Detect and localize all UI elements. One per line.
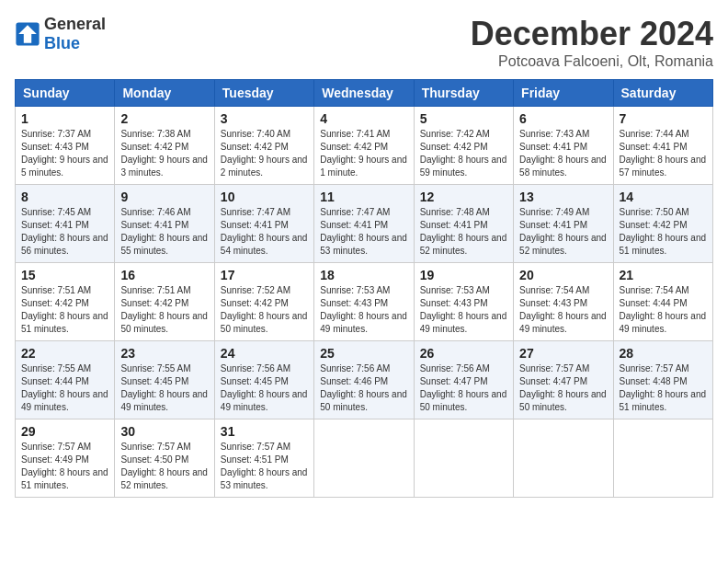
day-info: Sunrise: 7:54 AMSunset: 4:44 PMDaylight:… [620,284,707,336]
calendar-day-cell: 6Sunrise: 7:43 AMSunset: 4:41 PMDaylight… [514,107,613,185]
day-number: 5 [420,111,507,126]
day-number: 14 [620,190,707,204]
weekday-header: Tuesday [214,80,313,107]
day-number: 2 [120,111,208,126]
day-info: Sunrise: 7:52 AMSunset: 4:42 PMDaylight:… [221,284,308,336]
day-number: 13 [519,190,607,204]
day-number: 9 [120,190,208,204]
calendar-header-row: SundayMondayTuesdayWednesdayThursdayFrid… [16,80,713,107]
day-number: 24 [221,346,308,361]
calendar-day-cell: 1Sunrise: 7:37 AMSunset: 4:43 PMDaylight… [16,107,115,185]
day-info: Sunrise: 7:51 AMSunset: 4:42 PMDaylight:… [120,284,208,336]
calendar-day-cell: 22Sunrise: 7:55 AMSunset: 4:44 PMDayligh… [16,341,115,419]
calendar-day-cell: 28Sunrise: 7:57 AMSunset: 4:48 PMDayligh… [613,341,712,419]
day-info: Sunrise: 7:55 AMSunset: 4:44 PMDaylight:… [21,362,108,414]
calendar-day-cell: 4Sunrise: 7:41 AMSunset: 4:42 PMDaylight… [314,107,414,185]
calendar-day-cell: 16Sunrise: 7:51 AMSunset: 4:42 PMDayligh… [115,263,214,341]
day-info: Sunrise: 7:49 AMSunset: 4:41 PMDaylight:… [519,206,607,258]
calendar-day-cell: 23Sunrise: 7:55 AMSunset: 4:45 PMDayligh… [115,341,214,419]
calendar-day-cell: 2Sunrise: 7:38 AMSunset: 4:42 PMDaylight… [115,107,214,185]
day-number: 20 [519,268,607,282]
day-number: 1 [21,111,108,126]
calendar-week-row: 8Sunrise: 7:45 AMSunset: 4:41 PMDaylight… [16,185,713,263]
day-number: 15 [21,268,108,282]
day-info: Sunrise: 7:51 AMSunset: 4:42 PMDaylight:… [21,284,108,336]
calendar-day-cell [514,419,613,498]
day-info: Sunrise: 7:48 AMSunset: 4:41 PMDaylight:… [420,206,507,258]
day-info: Sunrise: 7:47 AMSunset: 4:41 PMDaylight:… [320,206,407,258]
day-info: Sunrise: 7:53 AMSunset: 4:43 PMDaylight:… [320,284,407,336]
month-title: December 2024 [471,15,713,53]
calendar-week-row: 22Sunrise: 7:55 AMSunset: 4:44 PMDayligh… [16,341,713,419]
weekday-header: Wednesday [314,80,414,107]
day-number: 25 [320,346,407,361]
day-info: Sunrise: 7:56 AMSunset: 4:47 PMDaylight:… [420,362,507,414]
calendar-day-cell: 18Sunrise: 7:53 AMSunset: 4:43 PMDayligh… [314,263,414,341]
calendar-day-cell: 8Sunrise: 7:45 AMSunset: 4:41 PMDaylight… [16,185,115,263]
day-number: 18 [320,268,407,282]
day-number: 16 [120,268,208,282]
calendar-day-cell: 13Sunrise: 7:49 AMSunset: 4:41 PMDayligh… [514,185,613,263]
day-number: 28 [620,346,707,361]
calendar-day-cell: 29Sunrise: 7:57 AMSunset: 4:49 PMDayligh… [16,419,115,498]
day-number: 21 [620,268,707,282]
day-number: 23 [120,346,208,361]
calendar-day-cell: 11Sunrise: 7:47 AMSunset: 4:41 PMDayligh… [314,185,414,263]
day-info: Sunrise: 7:46 AMSunset: 4:41 PMDaylight:… [120,206,208,258]
day-number: 31 [221,424,308,439]
day-number: 12 [420,190,507,204]
weekday-header: Sunday [16,80,115,107]
location-title: Potcoava Falcoeni, Olt, Romania [471,53,713,70]
calendar-week-row: 1Sunrise: 7:37 AMSunset: 4:43 PMDaylight… [16,107,713,185]
day-info: Sunrise: 7:42 AMSunset: 4:42 PMDaylight:… [420,128,507,179]
logo: General Blue [15,15,106,53]
day-number: 30 [120,424,208,439]
day-number: 22 [21,346,108,361]
calendar-day-cell: 30Sunrise: 7:57 AMSunset: 4:50 PMDayligh… [115,419,214,498]
logo-icon [15,21,40,47]
logo-blue: Blue [44,34,80,52]
calendar-day-cell [414,419,513,498]
calendar-week-row: 29Sunrise: 7:57 AMSunset: 4:49 PMDayligh… [16,419,713,498]
day-info: Sunrise: 7:57 AMSunset: 4:49 PMDaylight:… [21,441,108,492]
day-info: Sunrise: 7:56 AMSunset: 4:45 PMDaylight:… [221,362,308,414]
day-info: Sunrise: 7:44 AMSunset: 4:41 PMDaylight:… [620,128,707,179]
calendar-day-cell: 9Sunrise: 7:46 AMSunset: 4:41 PMDaylight… [115,185,214,263]
calendar-day-cell: 14Sunrise: 7:50 AMSunset: 4:42 PMDayligh… [613,185,712,263]
calendar-day-cell: 26Sunrise: 7:56 AMSunset: 4:47 PMDayligh… [414,341,513,419]
calendar-day-cell: 12Sunrise: 7:48 AMSunset: 4:41 PMDayligh… [414,185,513,263]
calendar-day-cell: 10Sunrise: 7:47 AMSunset: 4:41 PMDayligh… [214,185,313,263]
day-info: Sunrise: 7:57 AMSunset: 4:51 PMDaylight:… [221,441,308,492]
day-info: Sunrise: 7:37 AMSunset: 4:43 PMDaylight:… [21,128,108,179]
day-number: 10 [221,190,308,204]
calendar-day-cell: 27Sunrise: 7:57 AMSunset: 4:47 PMDayligh… [514,341,613,419]
day-info: Sunrise: 7:57 AMSunset: 4:47 PMDaylight:… [519,362,607,414]
day-info: Sunrise: 7:57 AMSunset: 4:48 PMDaylight:… [620,362,707,414]
weekday-header: Saturday [613,80,712,107]
calendar-day-cell: 21Sunrise: 7:54 AMSunset: 4:44 PMDayligh… [613,263,712,341]
day-number: 17 [221,268,308,282]
day-number: 8 [21,190,108,204]
calendar: SundayMondayTuesdayWednesdayThursdayFrid… [15,79,713,498]
calendar-week-row: 15Sunrise: 7:51 AMSunset: 4:42 PMDayligh… [16,263,713,341]
day-info: Sunrise: 7:38 AMSunset: 4:42 PMDaylight:… [120,128,208,179]
day-number: 6 [519,111,607,126]
day-info: Sunrise: 7:54 AMSunset: 4:43 PMDaylight:… [519,284,607,336]
day-info: Sunrise: 7:50 AMSunset: 4:42 PMDaylight:… [620,206,707,258]
calendar-day-cell: 7Sunrise: 7:44 AMSunset: 4:41 PMDaylight… [613,107,712,185]
day-info: Sunrise: 7:55 AMSunset: 4:45 PMDaylight:… [120,362,208,414]
weekday-header: Friday [514,80,613,107]
title-area: December 2024 Potcoava Falcoeni, Olt, Ro… [471,15,713,70]
day-number: 29 [21,424,108,439]
calendar-day-cell: 17Sunrise: 7:52 AMSunset: 4:42 PMDayligh… [214,263,313,341]
day-info: Sunrise: 7:57 AMSunset: 4:50 PMDaylight:… [120,441,208,492]
day-number: 19 [420,268,507,282]
calendar-day-cell: 19Sunrise: 7:53 AMSunset: 4:43 PMDayligh… [414,263,513,341]
day-number: 7 [620,111,707,126]
weekday-header: Monday [115,80,214,107]
day-number: 11 [320,190,407,204]
day-number: 3 [221,111,308,126]
calendar-day-cell: 24Sunrise: 7:56 AMSunset: 4:45 PMDayligh… [214,341,313,419]
day-info: Sunrise: 7:47 AMSunset: 4:41 PMDaylight:… [221,206,308,258]
day-info: Sunrise: 7:43 AMSunset: 4:41 PMDaylight:… [519,128,607,179]
